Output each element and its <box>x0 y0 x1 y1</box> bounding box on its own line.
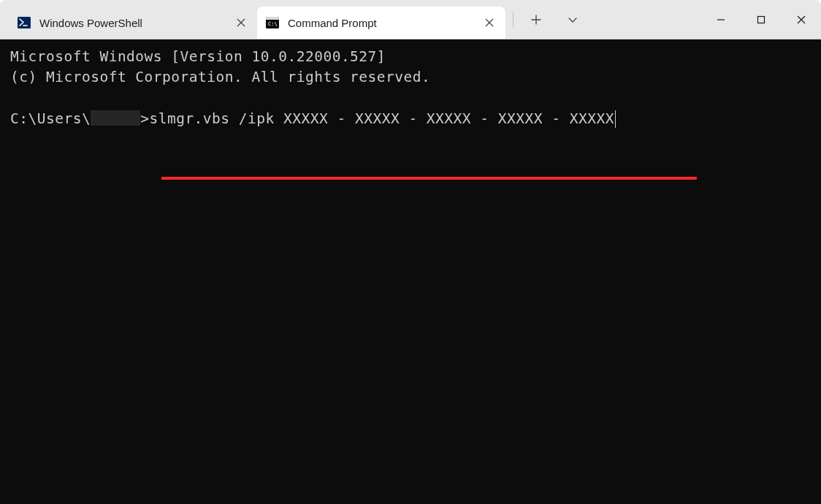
tab-title: Windows PowerShell <box>39 17 225 29</box>
tab-actions <box>505 0 588 39</box>
close-window-button[interactable] <box>781 0 821 39</box>
tab-strip: Windows PowerShell C:\ Command Prompt <box>0 0 505 39</box>
tab-title: Command Prompt <box>288 17 473 29</box>
redacted-username <box>91 110 140 126</box>
maximize-button[interactable] <box>741 0 781 39</box>
command-text: slmgr.vbs /ipk XXXXX - XXXXX - XXXXX - X… <box>149 109 614 129</box>
text-cursor <box>615 110 616 128</box>
title-bar: Windows PowerShell C:\ Command Prompt <box>0 0 821 39</box>
terminal-blank-line <box>10 88 811 109</box>
title-bar-spacer[interactable] <box>588 0 700 39</box>
prompt-prefix: C:\Users\ <box>10 109 91 129</box>
cmd-icon: C:\ <box>266 16 279 29</box>
terminal-line-copyright: (c) Microsoft Corporation. All rights re… <box>10 67 811 88</box>
tab-close-button[interactable] <box>234 15 248 30</box>
annotation-underline <box>161 177 697 180</box>
tab-powershell[interactable]: Windows PowerShell <box>9 7 257 39</box>
minimize-button[interactable] <box>700 0 741 39</box>
tab-close-button[interactable] <box>482 15 497 30</box>
svg-rect-4 <box>266 19 279 20</box>
divider <box>513 12 513 28</box>
powershell-icon <box>18 16 31 29</box>
terminal-output[interactable]: Microsoft Windows [Version 10.0.22000.52… <box>0 39 821 504</box>
terminal-prompt-line: C:\Users\>slmgr.vbs /ipk XXXXX - XXXXX -… <box>10 109 811 129</box>
svg-text:C:\: C:\ <box>268 21 278 27</box>
tab-command-prompt[interactable]: C:\ Command Prompt <box>257 7 505 39</box>
prompt-suffix: > <box>140 109 149 129</box>
terminal-window: Windows PowerShell C:\ Command Prompt <box>0 0 821 504</box>
tab-dropdown-button[interactable] <box>557 5 588 34</box>
svg-rect-7 <box>757 16 764 23</box>
new-tab-button[interactable] <box>521 5 551 34</box>
window-controls <box>700 0 821 39</box>
terminal-line-version: Microsoft Windows [Version 10.0.22000.52… <box>10 47 811 67</box>
